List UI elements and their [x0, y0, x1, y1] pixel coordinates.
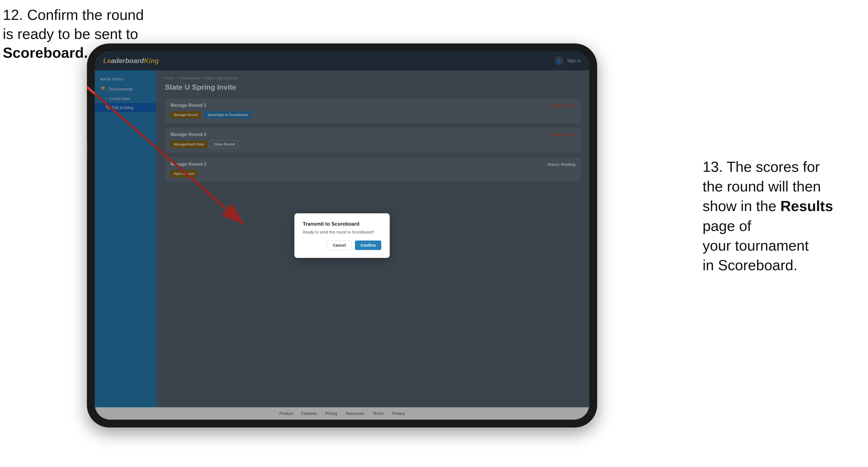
tablet-side-button [87, 142, 88, 158]
modal-subtitle: Ready to send this round to Scoreboard? [303, 230, 381, 234]
modal-overlay: Transmit to Scoreboard Ready to send thi… [95, 51, 589, 419]
modal-cancel-button[interactable]: Cancel [327, 241, 351, 250]
transmit-modal: Transmit to Scoreboard Ready to send thi… [294, 213, 390, 258]
modal-confirm-button[interactable]: Confirm [355, 241, 381, 250]
screen: LeaderboardKing 👤 Sign In MAIN MENU 🏆 [95, 51, 589, 419]
tablet-inner: LeaderboardKing 👤 Sign In MAIN MENU 🏆 [95, 51, 589, 419]
modal-title: Transmit to Scoreboard [303, 221, 381, 227]
tablet: LeaderboardKing 👤 Sign In MAIN MENU 🏆 [87, 43, 597, 428]
annotation-right: 13. The scores for the round will then s… [703, 157, 860, 275]
modal-buttons: Cancel Confirm [303, 241, 381, 250]
